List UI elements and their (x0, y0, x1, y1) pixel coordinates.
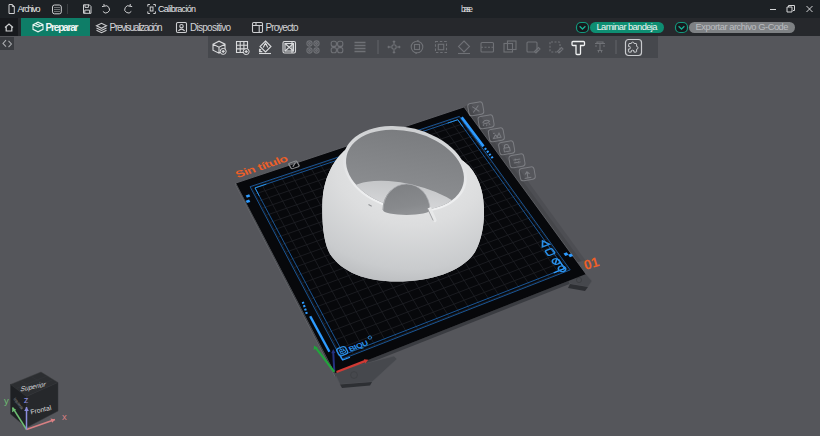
svg-text:Previsualización: Previsualización (110, 22, 163, 33)
svg-text:base: base (461, 4, 473, 14)
svg-text:Dispositivo: Dispositivo (190, 22, 231, 33)
svg-text:y: y (4, 395, 9, 406)
svg-text:Calibración: Calibración (158, 4, 196, 14)
svg-text:x: x (62, 411, 67, 422)
svg-text:z: z (24, 394, 29, 405)
svg-text:Proyecto: Proyecto (266, 22, 299, 33)
svg-text:Preparar: Preparar (46, 22, 79, 33)
svg-text:Archivo: Archivo (18, 4, 41, 14)
svg-text:Exportar archivo G-Code: Exportar archivo G-Code (696, 22, 789, 32)
svg-text:Laminar bandeja: Laminar bandeja (597, 22, 659, 32)
